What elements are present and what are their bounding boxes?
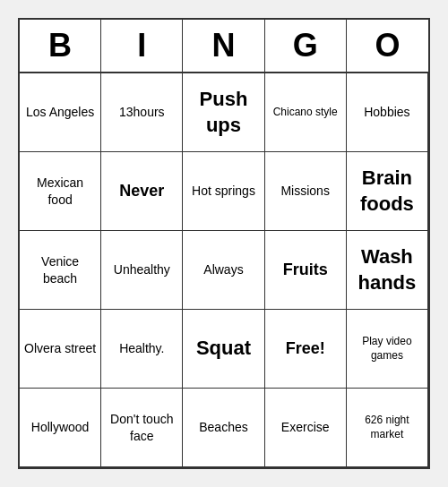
bingo-cell: Push ups [183, 73, 264, 152]
bingo-cell-text: Hollywood [31, 419, 90, 435]
bingo-cell-text: Venice beach [23, 253, 97, 286]
bingo-cell: Wash hands [347, 231, 428, 310]
bingo-cell-text: Mexican food [23, 175, 97, 207]
bingo-cell-text: Beaches [199, 419, 247, 435]
bingo-grid: Los Angeles13hoursPush upsChicano styleH… [20, 73, 428, 467]
bingo-cell: Venice beach [20, 231, 101, 310]
bingo-header-letter: N [183, 20, 264, 72]
bingo-cell: Olvera street [20, 310, 101, 389]
bingo-cell-text: 13hours [119, 104, 165, 120]
bingo-cell: Free! [265, 310, 347, 389]
bingo-header-letter: G [265, 20, 347, 72]
bingo-header: BINGO [20, 20, 428, 73]
bingo-cell-text: Squat [196, 336, 251, 362]
bingo-card: BINGO Los Angeles13hoursPush upsChicano … [18, 18, 430, 469]
bingo-cell-text: Hobbies [364, 104, 409, 120]
bingo-cell-text: Fruits [283, 260, 328, 280]
bingo-header-letter: I [101, 20, 183, 72]
bingo-cell: Beaches [183, 389, 264, 467]
bingo-cell-text: Always [203, 261, 243, 278]
bingo-cell: Missions [265, 152, 347, 231]
bingo-cell: Hot springs [183, 152, 264, 231]
bingo-cell-text: Olvera street [24, 340, 96, 356]
bingo-cell: Hollywood [20, 389, 101, 467]
bingo-cell: Brain foods [347, 152, 428, 231]
bingo-cell-text: Chicano style [273, 106, 338, 120]
bingo-cell-text: Brain foods [350, 166, 424, 217]
bingo-cell: Mexican food [20, 152, 101, 231]
bingo-cell-text: Unhealthy [114, 261, 170, 278]
bingo-cell: 626 night market [347, 389, 428, 467]
bingo-cell-text: Exercise [281, 419, 330, 435]
bingo-cell: Never [101, 152, 183, 231]
bingo-cell: 13hours [101, 73, 183, 152]
bingo-cell: Don't touch face [101, 389, 183, 467]
bingo-cell-text: Missions [280, 183, 329, 199]
bingo-cell: Chicano style [265, 73, 347, 152]
bingo-cell: Squat [183, 310, 264, 389]
bingo-cell: Play video games [347, 310, 428, 389]
bingo-header-letter: B [20, 20, 101, 72]
bingo-cell: Los Angeles [20, 73, 101, 152]
bingo-cell: Fruits [265, 231, 347, 310]
bingo-cell: Always [183, 231, 264, 310]
bingo-cell-text: Hot springs [192, 183, 255, 199]
bingo-cell-text: Don't touch face [105, 411, 178, 443]
bingo-cell-text: Play video games [350, 335, 424, 363]
bingo-cell-text: 626 night market [350, 414, 424, 441]
bingo-cell-text: Free! [286, 338, 325, 359]
bingo-cell-text: Push ups [186, 87, 260, 138]
bingo-cell: Unhealthy [101, 231, 183, 310]
bingo-cell-text: Healthy. [119, 340, 164, 356]
bingo-cell-text: Wash hands [350, 244, 424, 295]
bingo-cell: Hobbies [347, 73, 428, 152]
bingo-cell-text: Never [119, 181, 164, 201]
bingo-header-letter: O [347, 20, 428, 72]
bingo-cell: Healthy. [101, 310, 183, 389]
bingo-cell: Exercise [265, 389, 347, 467]
bingo-cell-text: Los Angeles [26, 104, 94, 120]
